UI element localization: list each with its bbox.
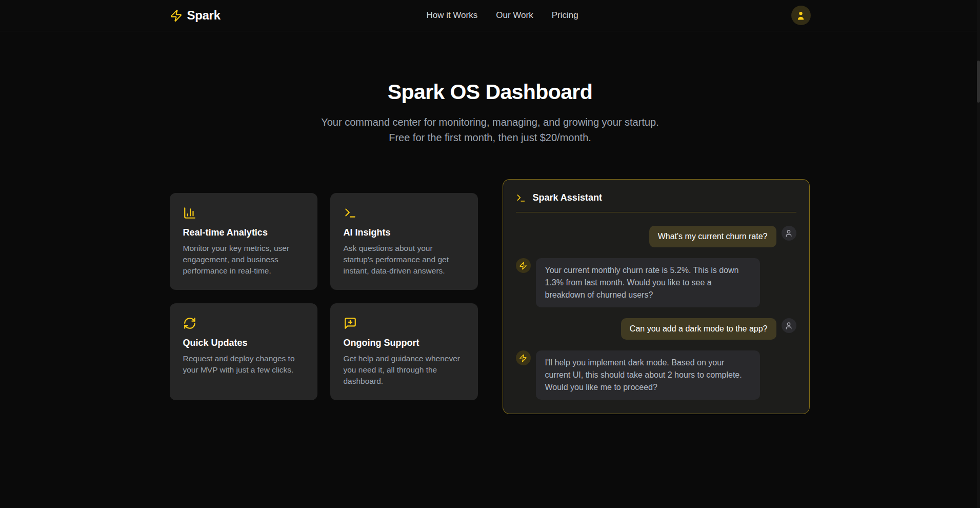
user-message-bubble: What's my current churn rate? — [649, 226, 776, 247]
content-section: Real-time Analytics Monitor your key met… — [170, 179, 811, 414]
nav-link-how-it-works[interactable]: How it Works — [426, 10, 477, 21]
assistant-avatar — [516, 258, 531, 273]
feature-title: Ongoing Support — [344, 338, 465, 348]
user-avatar — [782, 226, 796, 241]
user-icon — [795, 10, 806, 21]
assistant-panel: Spark Assistant What's my current churn … — [503, 179, 810, 414]
user-message-bubble: Can you add a dark mode to the app? — [621, 318, 776, 340]
feature-title: Quick Updates — [183, 338, 304, 348]
user-message-row: Can you add a dark mode to the app? — [516, 318, 796, 340]
refresh-icon — [183, 317, 304, 330]
scrollbar-thumb[interactable] — [977, 61, 980, 103]
feature-card-ai-insights: AI Insights Ask questions about your sta… — [330, 193, 478, 290]
spark-logo-icon — [170, 9, 183, 22]
brand[interactable]: Spark — [170, 8, 221, 23]
feature-card-realtime-analytics: Real-time Analytics Monitor your key met… — [170, 193, 317, 290]
assistant-message-row: I'll help you implement dark mode. Based… — [516, 350, 796, 400]
page-scrollbar[interactable] — [977, 0, 980, 508]
hero-section: Spark OS Dashboard Your command center f… — [0, 31, 980, 145]
nav-link-our-work[interactable]: Our Work — [496, 10, 533, 21]
zap-icon — [519, 262, 527, 270]
assistant-message-bubble: Your current monthly churn rate is 5.2%.… — [536, 258, 760, 307]
feature-description: Request and deploy changes to your MVP w… — [183, 353, 304, 376]
feature-description: Ask questions about your startup's perfo… — [344, 243, 465, 277]
feature-title: AI Insights — [344, 227, 465, 238]
feature-card-quick-updates: Quick Updates Request and deploy changes… — [170, 303, 317, 400]
zap-icon — [519, 354, 527, 362]
bar-chart-icon — [183, 206, 304, 220]
navbar: Spark How it Works Our Work Pricing — [0, 0, 980, 31]
feature-title: Real-time Analytics — [183, 227, 304, 238]
account-avatar-button[interactable] — [791, 6, 811, 25]
assistant-panel-title: Spark Assistant — [533, 192, 602, 203]
nav-link-pricing[interactable]: Pricing — [552, 10, 578, 21]
message-list: What's my current churn rate? Your curre… — [516, 226, 796, 400]
message-square-plus-icon — [344, 317, 465, 330]
terminal-icon — [344, 206, 465, 220]
nav-links: How it Works Our Work Pricing — [426, 10, 578, 21]
user-icon — [785, 229, 793, 238]
assistant-message-bubble: I'll help you implement dark mode. Based… — [536, 350, 760, 400]
brand-name: Spark — [187, 8, 221, 23]
assistant-panel-header: Spark Assistant — [516, 192, 796, 212]
terminal-icon — [516, 193, 526, 203]
page-title: Spark OS Dashboard — [0, 80, 980, 104]
feature-description: Monitor your key metrics, user engagemen… — [183, 243, 304, 277]
main-content: Spark OS Dashboard Your command center f… — [0, 31, 980, 414]
user-icon — [785, 322, 793, 330]
assistant-avatar — [516, 350, 531, 365]
user-message-row: What's my current churn rate? — [516, 226, 796, 247]
assistant-message-row: Your current monthly churn rate is 5.2%.… — [516, 258, 796, 307]
features-grid: Real-time Analytics Monitor your key met… — [170, 193, 478, 400]
user-avatar — [782, 318, 796, 333]
feature-card-ongoing-support: Ongoing Support Get help and guidance wh… — [330, 303, 478, 400]
feature-description: Get help and guidance whenever you need … — [344, 353, 465, 387]
hero-subtitle: Your command center for monitoring, mana… — [313, 114, 667, 145]
